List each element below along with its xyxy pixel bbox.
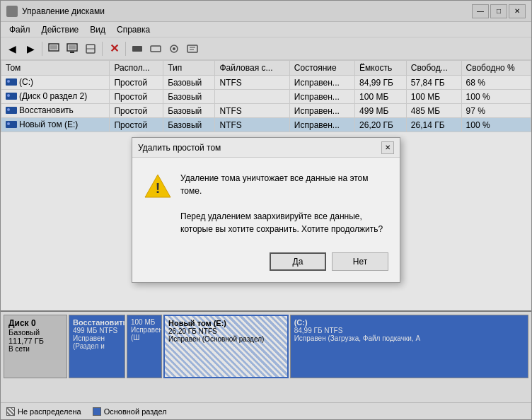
svg-text:!: ! (156, 180, 161, 196)
dialog-yes-button[interactable]: Да (270, 252, 326, 271)
dialog-close-button[interactable]: ✕ (381, 141, 394, 154)
warning-icon: ! (144, 172, 172, 235)
dialog-message-line1: Удаление тома уничтожает все данные на э… (180, 173, 369, 196)
dialog-buttons: Да Нет (132, 247, 400, 282)
dialog-title-bar: Удалить простой том ✕ (132, 138, 400, 158)
dialog-message: Удаление тома уничтожает все данные на э… (180, 172, 388, 235)
dialog-no-button[interactable]: Нет (332, 252, 388, 271)
dialog-title: Удалить простой том (138, 143, 381, 153)
dialog-overlay: Удалить простой том ✕ ! Удаление тома ун… (0, 0, 532, 420)
dialog-body: ! Удаление тома уничтожает все данные на… (132, 158, 400, 247)
delete-dialog: Удалить простой том ✕ ! Удаление тома ун… (132, 137, 400, 283)
dialog-message-line2: Перед удалением заархивируйте все данные… (180, 211, 383, 234)
